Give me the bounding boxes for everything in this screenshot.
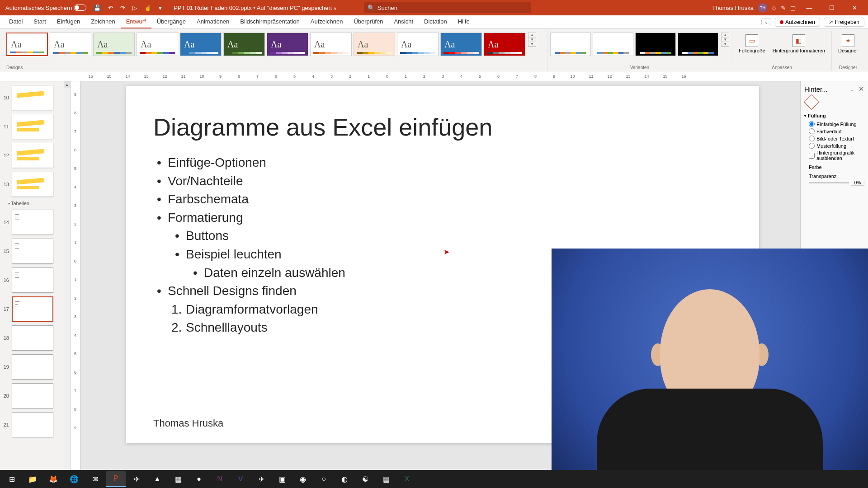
minimize-icon[interactable]: — [800,5,818,11]
app7-icon[interactable]: ☯ [355,471,375,487]
gallery-down-icon[interactable]: ▼ [722,38,729,42]
fill-option[interactable]: Bild- oder Texturf [809,136,864,141]
maximize-icon[interactable]: ☐ [823,5,841,11]
user-name[interactable]: Thomas Hruska [712,5,754,11]
app8-icon[interactable]: ▤ [376,471,396,487]
powerpoint-icon[interactable]: P [106,471,126,487]
bullet-item[interactable]: Farbschemata [153,190,732,209]
save-icon[interactable]: 💾 [91,4,104,12]
fill-option[interactable]: Musterfüllung [809,143,864,149]
app-icon[interactable]: ✈ [127,471,146,487]
tab-aufzeichnen[interactable]: Aufzeichnen [305,15,349,28]
paint-bucket-icon[interactable] [804,94,819,110]
qat-more-icon[interactable]: ▾ [156,4,165,12]
variant-thumb[interactable] [635,33,676,56]
undo-icon[interactable]: ↶ [105,4,116,12]
slide-size-button[interactable]: ▭Foliengröße [735,33,769,55]
tab-übergänge[interactable]: Übergänge [151,15,191,28]
slide-thumb[interactable]: 18 [0,324,70,352]
theme-thumb[interactable]: Aa [137,33,178,56]
bullet-item[interactable]: Vor/Nachteile [153,172,732,191]
file-explorer-icon[interactable]: 📁 [23,471,42,487]
tab-dictation[interactable]: Dictation [419,15,453,28]
tab-animationen[interactable]: Animationen [191,15,235,28]
slide-thumb[interactable]: 13 [0,170,70,199]
slide-thumb[interactable]: 12 [0,141,70,170]
pen-icon[interactable]: ✎ [781,5,786,11]
bullet-item[interactable]: Einfüge-Optionen [153,154,732,172]
slide-thumb[interactable]: 10 [0,83,70,112]
window-mode-icon[interactable]: ▢ [790,5,796,11]
slide-thumb[interactable]: 21 [0,410,70,439]
gallery-more-icon[interactable]: ▼ [722,42,729,47]
variant-thumb[interactable] [593,33,633,56]
theme-thumb[interactable]: Aa [180,33,222,56]
tab-start[interactable]: Start [28,15,51,28]
theme-thumb[interactable]: Aa [310,33,352,56]
theme-thumb[interactable]: Aa [354,33,395,56]
visio-icon[interactable]: V [231,471,250,487]
present-icon[interactable]: ▷ [130,4,140,12]
hide-bg-checkbox[interactable]: Hintergrundgrafik ausblenden [809,150,864,161]
vlc-icon[interactable]: ▲ [147,471,167,487]
firefox-icon[interactable]: 🦊 [43,471,63,487]
designer-button[interactable]: ✦Designer [835,33,862,55]
tab-zeichnen[interactable]: Zeichnen [85,15,120,28]
app3-icon[interactable]: ● [189,471,209,487]
theme-thumb[interactable]: Aa [267,33,308,56]
slide-thumb[interactable]: 15━━━━━━━━ [0,237,70,266]
slide-thumb[interactable]: 16━━━━━━━━ [0,266,70,295]
slide-title[interactable]: Diagramme aus Excel einfügen [153,113,732,141]
tab-hilfe[interactable]: Hilfe [453,15,475,28]
record-button[interactable]: Aufzeichnen [775,18,820,27]
autosave-toggle[interactable] [74,5,86,11]
slide-thumb[interactable]: 11 [0,112,70,141]
app6-icon[interactable]: ◐ [335,471,354,487]
user-avatar[interactable]: TH [758,3,767,12]
theme-thumb[interactable]: Aa [6,33,48,56]
slide-thumb[interactable]: 19 [0,352,70,381]
tab-überprüfen[interactable]: Überprüfen [348,15,388,28]
slide-thumb[interactable]: 17━━━━━━━━ [0,295,70,324]
search-box[interactable]: 🔍 Suchen [364,2,531,13]
theme-thumb[interactable]: Aa [50,33,91,56]
gallery-up-icon[interactable]: ▲ [528,33,536,38]
telegram-icon[interactable]: ✈ [251,471,271,487]
tab-entwurf[interactable]: Entwurf [121,15,151,28]
theme-thumb[interactable]: Aa [440,33,482,56]
bullet-item[interactable]: Formatierung [153,209,732,227]
tab-ansicht[interactable]: Ansicht [388,15,419,28]
fill-option[interactable]: Farbverlauf [809,128,864,134]
chrome-icon[interactable]: 🌐 [64,471,84,487]
tab-einfügen[interactable]: Einfügen [52,15,85,28]
app4-icon[interactable]: ▣ [272,471,292,487]
bullet-item[interactable]: Buttons [153,227,732,245]
share-button[interactable]: ↗Freigeben [824,18,864,27]
app2-icon[interactable]: ▦ [168,471,188,487]
theme-thumb[interactable]: Aa [223,33,265,56]
redo-icon[interactable]: ↷ [118,4,128,12]
outlook-icon[interactable]: ✉ [85,471,105,487]
tab-bildschirmpräsentation[interactable]: Bildschirmpräsentation [235,15,305,28]
tab-datei[interactable]: Datei [4,15,28,28]
touch-icon[interactable]: ☝ [142,4,154,12]
variant-thumb[interactable] [550,33,591,56]
close-icon[interactable]: ✕ [845,5,863,11]
sidepane-close-icon[interactable]: ✕ [859,85,864,93]
gallery-more-icon[interactable]: ▼ [528,42,536,47]
sidepane-dropdown-icon[interactable]: ⌄ [850,87,854,92]
transparency-value[interactable]: 0% [851,180,864,186]
section-header[interactable]: Tabellen [0,199,70,208]
transparency-slider[interactable] [809,182,849,183]
theme-thumb[interactable]: Aa [397,33,439,56]
format-background-button[interactable]: ◧Hintergrund formatieren [769,33,829,55]
theme-thumb[interactable]: Aa [93,33,135,56]
gallery-down-icon[interactable]: ▼ [528,38,536,42]
start-button[interactable]: ⊞ [2,471,22,487]
obs-icon[interactable]: ◉ [293,471,313,487]
onenote-icon[interactable]: N [210,471,230,487]
collapse-ribbon-icon[interactable]: ⌄ [761,19,771,25]
fill-option[interactable]: Einfarbige Füllung [809,121,864,127]
theme-thumb[interactable]: Aa [484,33,525,56]
slide-thumb[interactable]: 14━━━━━━━━ [0,208,70,237]
